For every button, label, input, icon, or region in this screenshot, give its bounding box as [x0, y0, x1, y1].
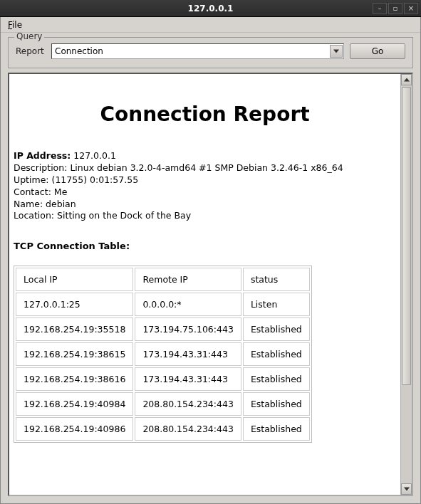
cell-status: Established [243, 342, 310, 366]
table-row: 192.168.254.19:40986208.80.154.234:443Es… [16, 417, 310, 441]
name-value: debian [46, 199, 76, 209]
report-select-value: Connection [55, 46, 103, 56]
uptime-label: Uptime: [14, 174, 49, 185]
cell-local: 127.0.0.1:25 [16, 293, 133, 316]
query-legend: Query [14, 33, 44, 41]
minimize-icon: – [378, 4, 382, 12]
titlebar-controls: – ▫ × [373, 3, 418, 14]
cell-status: Established [243, 392, 310, 416]
menubar: File [1, 17, 420, 33]
query-row: Report Connection Go [16, 43, 405, 59]
tcp-connection-table: Local IP Remote IP status 127.0.0.1:250.… [14, 266, 312, 443]
contact-label: Contact: [14, 187, 51, 197]
scroll-up-button[interactable] [401, 74, 412, 85]
cell-status: Established [243, 367, 310, 391]
cell-status: Established [243, 317, 310, 341]
cell-remote: 173.194.43.31:443 [135, 367, 241, 391]
cell-remote: 173.194.75.106:443 [135, 317, 241, 341]
body-area: Query Report Connection Go [1, 33, 420, 503]
table-row: 192.168.254.19:38615173.194.43.31:443Est… [16, 342, 310, 366]
report-panel: Connection Report IP Address: 127.0.0.1 … [8, 73, 413, 496]
close-button[interactable]: × [404, 3, 418, 14]
cell-remote: 173.194.43.31:443 [135, 342, 241, 366]
cell-status: Established [243, 417, 310, 441]
minimize-button[interactable]: – [373, 3, 387, 14]
chevron-down-icon [330, 45, 343, 58]
tcp-table-title: TCP Connection Table: [14, 241, 396, 251]
ip-value: 127.0.0.1 [73, 150, 116, 161]
table-row: 192.168.254.19:40984208.80.154.234:443Es… [16, 392, 310, 416]
col-status: status [243, 268, 310, 291]
client-area: File Query Report Connection [0, 17, 421, 504]
name-label: Name: [14, 199, 43, 209]
table-row: 192.168.254.19:35518173.194.75.106:443Es… [16, 317, 310, 341]
maximize-icon: ▫ [393, 4, 398, 12]
report-content: Connection Report IP Address: 127.0.0.1 … [9, 74, 400, 495]
cell-remote: 208.80.154.234:443 [135, 392, 241, 416]
cell-status: Listen [243, 293, 310, 316]
info-block: IP Address: 127.0.0.1 Description: Linux… [14, 150, 396, 222]
cell-local: 192.168.254.19:35518 [16, 317, 133, 341]
menu-file[interactable]: File [4, 19, 26, 31]
col-local: Local IP [16, 268, 133, 291]
app-window: 127.0.0.1 – ▫ × File Query Report Connec… [0, 0, 421, 504]
scroll-down-button[interactable] [401, 483, 412, 495]
query-fieldset: Query Report Connection Go [8, 37, 413, 68]
cell-remote: 208.80.154.234:443 [135, 417, 241, 441]
maximize-button[interactable]: ▫ [388, 3, 402, 14]
titlebar[interactable]: 127.0.0.1 – ▫ × [0, 0, 421, 17]
description-label: Description: [14, 162, 67, 173]
scroll-thumb[interactable] [402, 87, 411, 385]
go-button[interactable]: Go [350, 43, 405, 59]
go-button-label: Go [372, 46, 384, 56]
location-label: Location: [14, 210, 54, 221]
report-select[interactable]: Connection [51, 43, 344, 59]
location-value: Sitting on the Dock of the Bay [57, 210, 191, 221]
table-row: 192.168.254.19:38616173.194.43.31:443Est… [16, 367, 310, 391]
cell-local: 192.168.254.19:38615 [16, 342, 133, 366]
report-title: Connection Report [14, 103, 396, 126]
cell-remote: 0.0.0.0:* [135, 293, 241, 316]
close-icon: × [408, 4, 414, 12]
table-row: 127.0.0.1:250.0.0.0:*Listen [16, 293, 310, 316]
ip-label: IP Address: [14, 150, 71, 161]
uptime-value: (11755) 0:01:57.55 [52, 174, 139, 185]
window-title: 127.0.0.1 [188, 4, 234, 14]
cell-local: 192.168.254.19:40986 [16, 417, 133, 441]
scroll-track[interactable] [401, 85, 412, 483]
vertical-scrollbar[interactable] [400, 74, 412, 495]
col-remote: Remote IP [135, 268, 241, 291]
cell-local: 192.168.254.19:40984 [16, 392, 133, 416]
contact-value: Me [54, 187, 67, 197]
cell-local: 192.168.254.19:38616 [16, 367, 133, 391]
report-label: Report [16, 46, 46, 56]
table-header-row: Local IP Remote IP status [16, 268, 310, 291]
description-value: Linux debian 3.2.0-4-amd64 #1 SMP Debian… [70, 162, 343, 173]
